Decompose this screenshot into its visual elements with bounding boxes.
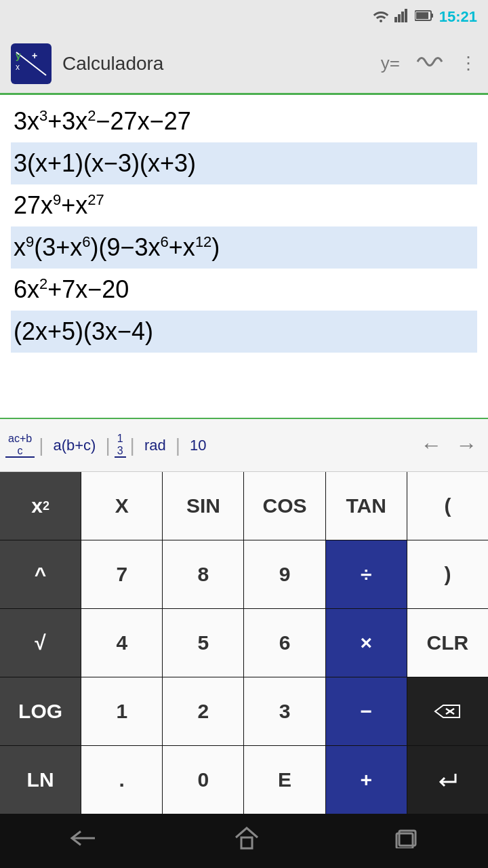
fraction-numerator: ac+b — [8, 433, 32, 445]
one-third-den: 3 — [117, 445, 123, 457]
key-7[interactable]: 7 — [81, 540, 162, 608]
battery-icon — [415, 9, 434, 25]
key-dot[interactable]: . — [81, 746, 162, 814]
math-row-6: (2x+5)(3x−4) — [11, 311, 477, 353]
key-ln[interactable]: LN — [0, 746, 81, 814]
key-open-paren[interactable]: ( — [407, 472, 488, 540]
key-enter[interactable] — [407, 746, 488, 814]
math-row-3: 27x9+x27 — [11, 184, 477, 226]
toolbar-factored[interactable]: a(b+c) — [47, 434, 101, 457]
app-title: Calculadora — [62, 53, 381, 75]
svg-rect-6 — [431, 14, 433, 18]
key-x-squared[interactable]: x2 — [0, 472, 81, 540]
key-5[interactable]: 5 — [163, 609, 243, 677]
key-cos[interactable]: COS — [244, 472, 325, 540]
key-divide[interactable]: ÷ — [326, 540, 407, 608]
key-backspace[interactable] — [407, 677, 488, 745]
toolbar-forward-arrow[interactable]: → — [450, 433, 483, 458]
toolbar-sep-1: | — [37, 435, 45, 456]
key-6[interactable]: 6 — [244, 609, 325, 677]
app-bar: y x + Calculadora y= ⋮ — [0, 34, 488, 95]
svg-rect-2 — [401, 12, 404, 22]
key-close-paren[interactable]: ) — [407, 540, 488, 608]
toolbar-sep-4: | — [174, 435, 182, 456]
menu-button[interactable]: ⋮ — [460, 53, 477, 74]
key-1[interactable]: 1 — [81, 677, 162, 745]
toolbar-sep-3: | — [129, 435, 136, 456]
key-sin[interactable]: SIN — [163, 472, 243, 540]
key-2[interactable]: 2 — [163, 677, 243, 745]
nav-home-button[interactable] — [235, 827, 259, 855]
toolbar-fraction[interactable]: ac+b c — [5, 433, 35, 458]
key-e[interactable]: E — [244, 746, 325, 814]
svg-rect-0 — [394, 17, 397, 22]
key-9[interactable]: 9 — [244, 540, 325, 608]
one-third-num: 1 — [117, 433, 123, 445]
math-row-5: 6x2+7x−20 — [11, 269, 477, 311]
key-8[interactable]: 8 — [163, 540, 243, 608]
keypad: x2 X SIN COS TAN ( ^ 7 8 9 ÷ ) √ 4 5 6 ×… — [0, 472, 488, 814]
toolbar-ten[interactable]: 10 — [184, 434, 211, 457]
wifi-icon — [373, 9, 389, 26]
math-row-4: x9(3+x6)(9−3x6+x12) — [11, 226, 477, 269]
toolbar-sep-2: | — [104, 435, 111, 456]
key-plus[interactable]: + — [326, 746, 407, 814]
key-caret[interactable]: ^ — [0, 540, 81, 608]
math-row-2: 3(x+1)(x−3)(x+3) — [11, 142, 477, 184]
nav-back-button[interactable] — [68, 828, 98, 854]
toolbar-one-third[interactable]: 1 3 — [115, 433, 126, 458]
spacer — [0, 358, 488, 418]
nav-bar — [0, 814, 488, 868]
time-display: 15:21 — [439, 8, 477, 26]
signal-icon — [394, 9, 409, 26]
svg-text:y: y — [16, 50, 21, 61]
key-4[interactable]: 4 — [81, 609, 162, 677]
toolbar-rad[interactable]: rad — [139, 434, 171, 457]
key-minus[interactable]: − — [326, 677, 407, 745]
key-sqrt[interactable]: √ — [0, 609, 81, 677]
svg-rect-3 — [405, 9, 407, 22]
key-0[interactable]: 0 — [163, 746, 243, 814]
y-equals-button[interactable]: y= — [381, 53, 400, 74]
nav-recents-button[interactable] — [395, 828, 420, 854]
app-logo: y x + — [11, 43, 52, 84]
status-bar: 15:21 — [0, 0, 488, 34]
key-clr[interactable]: CLR — [407, 609, 488, 677]
key-3[interactable]: 3 — [244, 677, 325, 745]
calc-toolbar: ac+b c | a(b+c) | 1 3 | rad | 10 ← → — [0, 418, 488, 472]
toolbar-buttons: y= ⋮ — [381, 50, 477, 78]
key-log[interactable]: LOG — [0, 677, 81, 745]
svg-text:x: x — [16, 62, 20, 72]
math-display: 3x3+3x2−27x−27 3(x+1)(x−3)(x+3) 27x9+x27… — [0, 95, 488, 358]
math-row-1: 3x3+3x2−27x−27 — [11, 100, 477, 142]
key-x[interactable]: X — [81, 472, 162, 540]
svg-marker-12 — [435, 705, 460, 717]
svg-rect-16 — [241, 837, 252, 848]
key-multiply[interactable]: × — [326, 609, 407, 677]
svg-text:+: + — [32, 50, 37, 61]
svg-rect-1 — [398, 14, 401, 22]
svg-rect-5 — [416, 12, 428, 19]
key-tan[interactable]: TAN — [326, 472, 407, 540]
toolbar-back-arrow[interactable]: ← — [415, 433, 447, 458]
wave-button[interactable] — [416, 50, 443, 78]
fraction-denominator: c — [18, 445, 23, 457]
